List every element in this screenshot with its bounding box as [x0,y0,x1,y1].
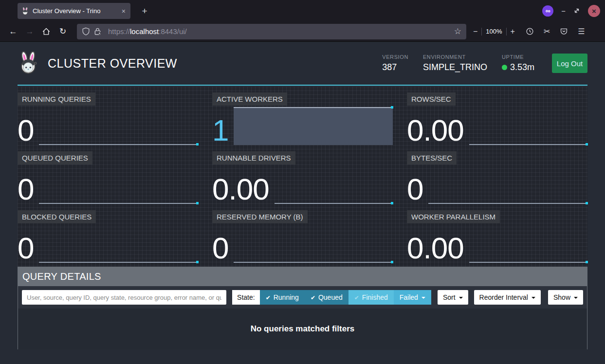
screenshot-icon[interactable]: ✂ [544,27,550,36]
shield-icon[interactable] [82,27,90,36]
empty-queries-message: No queries matched filters [18,309,587,334]
stat-label: ACTIVE WORKERS [212,92,287,106]
stat-card-rows-per-sec: ROWS/SEC 0.00 [407,91,587,145]
cluster-stats-grid: RUNNING QUERIES 0 ACTIVE WORKERS 1 ROWS/… [18,87,587,267]
zoom-level[interactable]: 100% [486,28,502,35]
trino-cluster-overview-page: CLUSTER OVERVIEW VERSION 387 ENVIRONMENT… [0,42,605,364]
stat-value: 0.00 [212,175,269,204]
uptime-label: UPTIME [502,54,534,60]
url-path: :8443/ui/ [159,27,187,36]
forward-icon[interactable]: → [21,27,38,36]
state-filter-running[interactable]: ✔Running [260,290,305,305]
reload-icon[interactable]: ↻ [55,26,71,36]
state-filter-label: State: [232,290,260,305]
restore-button[interactable] [573,7,580,14]
page-header: CLUSTER OVERVIEW VERSION 387 ENVIRONMENT… [18,42,587,86]
version-value: 387 [382,62,408,73]
mask-glyph: ∞ [546,7,550,15]
stat-value: 0 [18,175,34,204]
stat-value: 1 [212,116,228,145]
environment-value: SIMPLE_TRINO [423,62,487,73]
stat-card-reserved-memory: RESERVED MEMORY (B) 0 [212,209,393,263]
stat-card-runnable-drivers: RUNNABLE DRIVERS 0.00 [212,150,393,204]
browser-tab[interactable]: Cluster Overview - Trino × [18,3,130,19]
sparkline [275,165,393,204]
home-icon[interactable] [38,27,55,36]
toolbar-icons: ✂ ☰ [526,27,585,36]
history-clock-icon[interactable] [526,27,534,36]
stat-label: RUNNING QUERIES [18,92,95,106]
tab-close-icon[interactable]: × [121,7,127,15]
stat-label: BYTES/SEC [407,151,457,164]
show-dropdown[interactable]: Show [548,290,583,305]
new-tab-button[interactable]: + [138,5,151,18]
zoom-controls: − 100% + [473,27,515,36]
check-icon: ✔ [266,294,271,301]
state-filter-group: State: ✔Running ✔Queued ✔Finished Failed [232,290,431,305]
close-window-button[interactable]: × [588,5,600,17]
tab-title: Cluster Overview - Trino [33,7,117,15]
reorder-interval-dropdown[interactable]: Reorder Interval [474,290,541,305]
page-title: CLUSTER OVERVIEW [48,56,382,71]
state-filter-failed-dropdown[interactable]: Failed [394,290,431,305]
window-controls: ∞ − × [542,0,600,21]
sparkline [234,107,393,145]
stat-value: 0 [18,234,34,263]
sparkline [39,106,198,145]
sparkline [39,165,198,204]
pocket-icon[interactable] [560,27,568,36]
tab-bar: Cluster Overview - Trino × + ∞ − × [0,0,605,21]
url-text[interactable]: https://localhost:8443/ui/ [108,27,450,36]
query-details-panel: State: ✔Running ✔Queued ✔Finished Failed… [18,286,587,349]
stat-card-blocked-queries: BLOCKED QUERIES 0 [18,209,198,263]
environment-info: ENVIRONMENT SIMPLE_TRINO [423,54,487,73]
query-list-area: No queries matched filters [18,309,587,349]
menu-icon[interactable]: ☰ [578,27,585,36]
stat-label: RUNNABLE DRIVERS [212,151,295,164]
stat-label: RESERVED MEMORY (B) [212,210,308,223]
divider [506,28,507,36]
zoom-in-icon[interactable]: + [511,27,515,36]
zoom-out-icon[interactable]: − [473,27,477,36]
stat-value: 0.00 [407,234,464,263]
chevron-down-icon [459,297,463,299]
trino-logo-icon [18,52,40,75]
query-search-input[interactable] [22,290,226,305]
logout-button[interactable]: Log Out [552,54,587,73]
back-icon[interactable]: ← [5,27,21,36]
lock-warning-icon[interactable] [94,27,101,36]
stat-card-bytes-per-sec: BYTES/SEC 0 [407,150,587,204]
sort-dropdown[interactable]: Sort [438,290,468,305]
query-details-header: QUERY DETAILS [18,267,587,286]
version-info: VERSION 387 [382,54,408,73]
chevron-down-icon [532,297,535,299]
url-scheme: https:// [108,27,130,36]
divider [481,28,482,36]
sparkline [469,224,587,263]
state-filter-queued[interactable]: ✔Queued [305,290,348,305]
stat-label: BLOCKED QUERIES [18,210,96,223]
query-filter-toolbar: State: ✔Running ✔Queued ✔Finished Failed… [18,286,587,309]
stat-value: 0 [407,175,423,204]
sparkline [469,106,587,145]
trino-favicon-icon [21,7,29,15]
private-browsing-icon: ∞ [542,5,553,17]
stat-value: 0 [18,116,34,145]
stat-card-queued-queries: QUEUED QUERIES 0 [18,150,198,204]
url-host: localhost [130,27,159,36]
check-icon: ✔ [354,294,359,301]
minimize-button[interactable]: − [561,7,566,15]
chevron-down-icon [422,297,425,299]
stat-card-active-workers: ACTIVE WORKERS 1 [212,91,393,145]
navigation-toolbar: ← → ↻ https://localhost:8443/ui/ [0,21,605,42]
uptime-status-dot [502,65,507,70]
stat-label: QUEUED QUERIES [18,151,92,164]
version-label: VERSION [382,54,408,60]
state-filter-finished[interactable]: ✔Finished [348,290,394,305]
stat-label: WORKER PARALLELISM [407,210,500,223]
bookmark-star-icon[interactable]: ☆ [454,26,461,36]
url-bar[interactable]: https://localhost:8443/ui/ ☆ [77,24,466,39]
stat-value: 0 [212,234,228,263]
stat-card-worker-parallelism: WORKER PARALLELISM 0.00 [407,209,587,263]
check-icon: ✔ [311,294,315,301]
